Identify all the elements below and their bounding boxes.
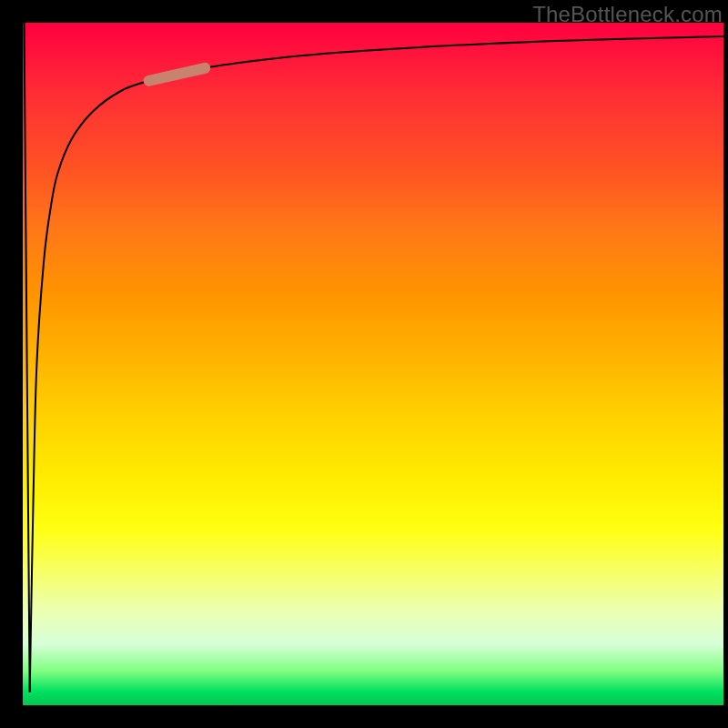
- watermark-text: TheBottleneck.com: [532, 2, 723, 27]
- chart-frame: TheBottleneck.com: [0, 0, 728, 728]
- plot-area: [23, 23, 723, 705]
